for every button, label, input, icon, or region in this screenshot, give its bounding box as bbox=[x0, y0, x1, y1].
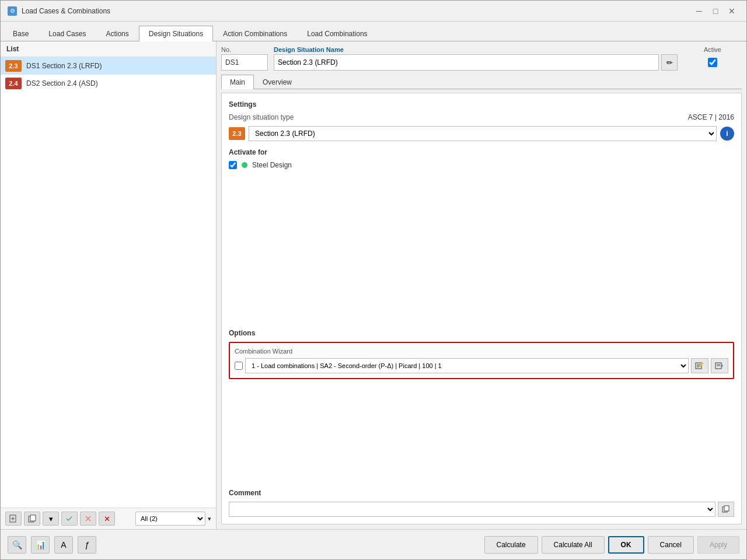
maximize-button[interactable]: □ bbox=[708, 5, 723, 17]
name-input[interactable] bbox=[274, 54, 659, 71]
ds-type-select[interactable]: Section 2.3 (LRFD) bbox=[249, 126, 717, 141]
options-title: Options bbox=[229, 329, 734, 337]
steel-design-label: Steel Design bbox=[252, 161, 292, 169]
comment-section: Comment bbox=[229, 489, 734, 517]
form-active-section: Active bbox=[683, 46, 742, 71]
no-label: No. bbox=[221, 46, 268, 53]
list-badge-orange: 2.3 bbox=[5, 60, 22, 72]
info-button[interactable]: i bbox=[720, 127, 734, 141]
cancel-button[interactable]: Cancel bbox=[648, 536, 694, 554]
combo-wizard-title: Combination Wizard bbox=[235, 348, 728, 355]
search-footer-button[interactable]: 🔍 bbox=[8, 536, 26, 554]
tab-action-combinations[interactable]: Action Combinations bbox=[213, 26, 297, 41]
steel-design-checkbox[interactable] bbox=[229, 161, 237, 169]
footer-left: 🔍 📊 A ƒ bbox=[8, 536, 96, 554]
name-row: ✏ bbox=[274, 54, 678, 71]
copy-item-button[interactable] bbox=[24, 512, 40, 526]
no-value: DS1 bbox=[221, 54, 268, 71]
inner-tabs: Main Overview bbox=[221, 74, 742, 89]
settings-section: Settings Design situation type ASCE 7 | … bbox=[229, 100, 734, 141]
form-no-section: No. DS1 bbox=[221, 46, 268, 71]
chart-footer-button[interactable]: 📊 bbox=[31, 536, 50, 554]
steel-design-row: Steel Design bbox=[229, 161, 734, 169]
inner-tab-main[interactable]: Main bbox=[221, 75, 254, 89]
footer: 🔍 📊 A ƒ Calculate Calculate All OK Cance… bbox=[1, 529, 746, 559]
empty-space bbox=[229, 386, 734, 480]
new-item-button[interactable] bbox=[5, 512, 22, 526]
wizard-generate-button[interactable] bbox=[711, 358, 728, 373]
list-header: List bbox=[1, 41, 216, 57]
activate-title: Activate for bbox=[229, 148, 734, 156]
filter-select[interactable]: All (2) bbox=[135, 512, 205, 526]
uncheck-items-button[interactable] bbox=[80, 512, 96, 526]
combination-wizard-box: Combination Wizard 1 - Load combinations… bbox=[229, 342, 734, 379]
active-checkbox[interactable] bbox=[708, 58, 717, 67]
form-header: No. DS1 Design Situation Name ✏ Active bbox=[221, 46, 742, 71]
minimize-button[interactable]: ─ bbox=[692, 5, 707, 17]
apply-button: Apply bbox=[697, 536, 739, 554]
inner-tab-bar: Main Overview bbox=[221, 74, 742, 89]
tab-bar: Base Load Cases Actions Design Situation… bbox=[1, 22, 746, 41]
combo-wizard-row: 1 - Load combinations | SA2 - Second-ord… bbox=[235, 358, 728, 373]
footer-right: Calculate Calculate All OK Cancel Apply bbox=[484, 536, 739, 554]
check-items-button[interactable] bbox=[61, 512, 78, 526]
ds-dropdown-row: 2.3 Section 2.3 (LRFD) i bbox=[229, 126, 734, 141]
tab-actions[interactable]: Actions bbox=[96, 26, 138, 41]
left-panel: List 2.3 DS1 Section 2.3 (LRFD) 2.4 DS2 … bbox=[1, 41, 217, 529]
list-item-label: DS2 Section 2.4 (ASD) bbox=[26, 79, 98, 88]
comment-select[interactable] bbox=[229, 502, 715, 517]
settings-type-row: Design situation type ASCE 7 | 2016 bbox=[229, 113, 734, 121]
tab-design-situations[interactable]: Design Situations bbox=[139, 26, 213, 41]
window-title: Load Cases & Combinations bbox=[22, 7, 110, 15]
content-area: List 2.3 DS1 Section 2.3 (LRFD) 2.4 DS2 … bbox=[1, 41, 746, 529]
title-bar-controls: ─ □ ✕ bbox=[692, 5, 739, 17]
formula-footer-button[interactable]: ƒ bbox=[78, 536, 96, 554]
list-badge-red: 2.4 bbox=[5, 78, 22, 89]
copy-dropdown-button[interactable]: ▾ bbox=[43, 512, 59, 526]
calculate-button[interactable]: Calculate bbox=[484, 536, 538, 554]
ds-badge: 2.3 bbox=[229, 127, 245, 140]
tab-load-combinations[interactable]: Load Combinations bbox=[297, 26, 377, 41]
main-content-area: Settings Design situation type ASCE 7 | … bbox=[221, 93, 742, 524]
activate-section: Activate for Steel Design bbox=[229, 148, 734, 169]
right-section: No. DS1 Design Situation Name ✏ Active bbox=[217, 41, 746, 529]
calculate-all-button[interactable]: Calculate All bbox=[542, 536, 605, 554]
options-section: Options Combination Wizard 1 - Load comb… bbox=[229, 329, 734, 379]
form-name-section: Design Situation Name ✏ bbox=[274, 46, 678, 71]
list-item-label: DS1 Section 2.3 (LRFD) bbox=[26, 62, 102, 70]
close-button[interactable]: ✕ bbox=[724, 5, 739, 17]
list-toolbar: ▾ ✕ All (2) ▾ bbox=[1, 508, 216, 529]
tab-load-cases[interactable]: Load Cases bbox=[39, 26, 96, 41]
ok-button[interactable]: OK bbox=[608, 536, 644, 554]
list-item[interactable]: 2.4 DS2 Section 2.4 (ASD) bbox=[1, 75, 216, 92]
comment-row bbox=[229, 502, 734, 517]
list-item[interactable]: 2.3 DS1 Section 2.3 (LRFD) bbox=[1, 57, 216, 75]
active-label: Active bbox=[683, 46, 742, 53]
settings-title: Settings bbox=[229, 100, 734, 108]
comment-title: Comment bbox=[229, 489, 734, 497]
svg-rect-17 bbox=[724, 506, 729, 511]
list-items: 2.3 DS1 Section 2.3 (LRFD) 2.4 DS2 Secti… bbox=[1, 57, 216, 508]
main-window: ⚙ Load Cases & Combinations ─ □ ✕ Base L… bbox=[0, 0, 747, 560]
combo-wizard-checkbox[interactable] bbox=[235, 362, 243, 370]
inner-tab-overview[interactable]: Overview bbox=[254, 75, 301, 89]
comment-copy-button[interactable] bbox=[718, 502, 734, 517]
combo-wizard-select[interactable]: 1 - Load combinations | SA2 - Second-ord… bbox=[245, 358, 689, 373]
text-footer-button[interactable]: A bbox=[54, 536, 73, 554]
edit-name-button[interactable]: ✏ bbox=[661, 54, 678, 71]
wizard-edit-button[interactable] bbox=[691, 358, 708, 373]
app-icon: ⚙ bbox=[8, 6, 17, 16]
title-bar: ⚙ Load Cases & Combinations ─ □ ✕ bbox=[1, 1, 746, 22]
type-value: ASCE 7 | 2016 bbox=[688, 113, 734, 121]
name-label: Design Situation Name bbox=[274, 46, 678, 53]
title-bar-left: ⚙ Load Cases & Combinations bbox=[8, 6, 110, 16]
svg-rect-4 bbox=[30, 515, 36, 521]
green-dot-icon bbox=[242, 162, 247, 168]
type-label: Design situation type bbox=[229, 113, 294, 121]
tab-base[interactable]: Base bbox=[3, 26, 39, 41]
active-checkbox-container bbox=[683, 54, 742, 71]
delete-item-button[interactable]: ✕ bbox=[99, 512, 115, 526]
